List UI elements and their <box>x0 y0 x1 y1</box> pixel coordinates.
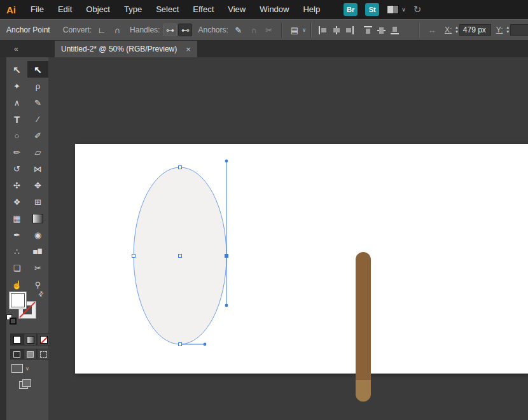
close-icon[interactable]: × <box>186 45 191 54</box>
align-middle-button[interactable] <box>377 25 386 35</box>
align-top-button[interactable] <box>363 25 373 35</box>
shape-builder-tool[interactable]: ❖ <box>6 193 27 210</box>
draw-normal-button[interactable] <box>10 349 24 360</box>
lasso-icon: ρ <box>36 82 40 90</box>
blend-tool[interactable]: ◉ <box>27 227 48 243</box>
color-button[interactable] <box>10 333 24 346</box>
ellipse-tool[interactable]: ○ <box>6 127 27 144</box>
screen-mode-icon[interactable] <box>11 364 23 373</box>
menu-help[interactable]: Help <box>296 0 327 19</box>
paintbrush-tool[interactable]: ✐ <box>27 127 48 144</box>
dock-edge <box>0 57 6 420</box>
artboard-tool[interactable]: ❏ <box>6 260 27 276</box>
handles-hide-button[interactable]: ⊷ <box>178 24 192 36</box>
free-transform-icon: ✥ <box>34 181 41 190</box>
mesh-icon: ▦ <box>13 214 20 223</box>
y-label: Y: <box>496 25 503 34</box>
eraser-tool[interactable]: ▱ <box>27 144 48 160</box>
control-bar-title: Anchor Point <box>6 25 50 34</box>
transform-reference-icon[interactable]: ↔ <box>425 24 439 36</box>
align-center-button[interactable] <box>331 25 341 35</box>
gradient-tool[interactable] <box>27 210 48 227</box>
align-bottom-button[interactable] <box>390 25 399 35</box>
reflect-tool[interactable]: ⋈ <box>27 160 48 177</box>
cut-path-button[interactable]: ✂ <box>262 24 276 36</box>
fill-swatch[interactable] <box>9 291 27 309</box>
slice-tool[interactable]: ✂ <box>27 260 48 276</box>
convert-smooth-button[interactable]: ∩ <box>110 24 124 36</box>
eyedropper-tool[interactable]: ✒ <box>6 227 27 243</box>
gradient-swatch-icon <box>27 336 34 344</box>
rotate-icon: ↺ <box>13 165 20 173</box>
lasso-tool[interactable]: ρ <box>27 78 48 94</box>
menu-object[interactable]: Object <box>79 0 117 19</box>
mesh-tool[interactable]: ▦ <box>6 210 27 227</box>
selection-tool[interactable]: ↖ <box>6 61 27 78</box>
x-value-field[interactable]: 479 px <box>459 24 491 36</box>
chevron-down-icon: ∨ <box>25 366 29 372</box>
connect-anchor-button[interactable]: ∩ <box>247 24 261 36</box>
touch-workspace-icon[interactable]: ↻ <box>413 4 422 15</box>
hand-tool[interactable]: ☝ <box>6 276 27 293</box>
default-fill-stroke-icon[interactable] <box>6 314 15 323</box>
magic-wand-icon: ✦ <box>13 82 20 90</box>
menu-file[interactable]: File <box>24 0 51 19</box>
menu-window[interactable]: Window <box>253 0 296 19</box>
workspace-icon <box>387 5 399 14</box>
convert-corner-button[interactable]: ∟ <box>95 24 109 36</box>
perspective-grid-tool[interactable]: ⊞ <box>27 193 48 210</box>
bridge-button[interactable]: Br <box>344 3 358 16</box>
line-tool[interactable]: ∕ <box>27 111 48 127</box>
menu-type[interactable]: Type <box>117 0 149 19</box>
magic-wand-tool[interactable]: ✦ <box>6 78 27 94</box>
stick-shape[interactable] <box>356 252 371 402</box>
ellipse-icon: ○ <box>15 132 20 140</box>
y-stepper[interactable]: ▴▾ <box>506 25 509 34</box>
draw-inside-button[interactable] <box>37 349 50 360</box>
menu-select[interactable]: Select <box>149 0 186 19</box>
pencil-icon: ✏ <box>13 148 20 157</box>
remove-anchor-button[interactable]: ✎ <box>232 24 246 36</box>
chevron-down-icon: ∨ <box>401 6 406 13</box>
gradient-button[interactable] <box>24 333 37 346</box>
document-tab-title: Untitled-2* @ 50% (RGB/Preview) <box>61 45 177 53</box>
workspace-switcher[interactable]: ∨ <box>387 5 406 14</box>
align-right-button[interactable] <box>345 25 354 35</box>
artboard[interactable] <box>75 144 528 374</box>
y-value-field[interactable] <box>510 24 528 36</box>
symbol-sprayer-tool[interactable]: ∴ <box>6 243 27 260</box>
rotate-tool[interactable]: ↺ <box>6 160 27 177</box>
none-button[interactable] <box>37 333 50 346</box>
reflect-icon: ⋈ <box>34 165 42 173</box>
draw-behind-button[interactable] <box>24 349 37 360</box>
handles-show-button[interactable]: ⊶ <box>163 24 177 36</box>
column-graph-tool[interactable]: ▅▇ <box>27 243 48 260</box>
menu-bar: Ai File Edit Object Type Select Effect V… <box>0 0 528 19</box>
direct-selection-tool[interactable]: ↖ <box>27 61 48 78</box>
line-icon: ∕ <box>37 115 38 123</box>
menu-edit[interactable]: Edit <box>51 0 79 19</box>
chevron-down-icon[interactable]: ∨ <box>302 27 307 33</box>
align-left-button[interactable] <box>318 25 328 35</box>
zoom-tool[interactable]: ⚲ <box>27 276 48 293</box>
width-tool[interactable]: ✣ <box>6 177 27 193</box>
x-stepper[interactable]: ▴▾ <box>455 25 458 34</box>
document-tab[interactable]: Untitled-2* @ 50% (RGB/Preview) × <box>55 41 197 57</box>
separator <box>281 22 282 38</box>
pencil-tool[interactable]: ✏ <box>6 144 27 160</box>
x-stepper-down-icon[interactable]: ▾ <box>455 30 458 34</box>
menu-view[interactable]: View <box>221 0 253 19</box>
curvature-tool[interactable]: ∧ <box>6 94 27 111</box>
tools-dock-header: « <box>0 41 48 57</box>
free-transform-tool[interactable]: ✥ <box>27 177 48 193</box>
screen-mode-control: ∨ <box>11 364 29 373</box>
stock-button[interactable]: St <box>365 3 379 16</box>
coordinates-cluster: ↔ X: ▴▾ 479 px Y: ▴▾ <box>414 22 528 38</box>
type-tool[interactable]: T <box>6 111 27 127</box>
y-stepper-down-icon[interactable]: ▾ <box>506 30 509 34</box>
pen-tool[interactable]: ✎ <box>27 94 48 111</box>
document-setup-button[interactable]: ▤ <box>288 24 302 36</box>
change-screen-mode-icon[interactable] <box>19 379 31 388</box>
menu-effect[interactable]: Effect <box>186 0 221 19</box>
collapse-panel-icon[interactable]: « <box>14 45 17 53</box>
